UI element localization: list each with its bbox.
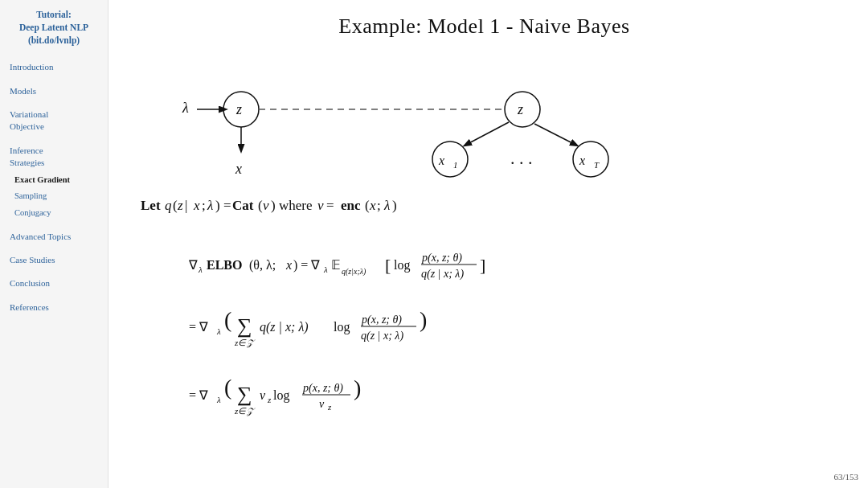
svg-text:x: x xyxy=(235,161,242,177)
svg-text:;: ; xyxy=(202,198,206,213)
svg-text:): ) xyxy=(392,198,397,213)
svg-text:log: log xyxy=(273,388,289,403)
svg-text:log: log xyxy=(394,258,410,273)
svg-point-14 xyxy=(573,141,608,177)
svg-text:(: ( xyxy=(224,307,231,332)
sidebar-item-variational[interactable]: VariationalObjective xyxy=(6,107,101,135)
svg-text:λ: λ xyxy=(323,265,328,274)
svg-text:T: T xyxy=(594,160,600,170)
svg-text:z: z xyxy=(235,101,242,117)
svg-text:λ: λ xyxy=(216,326,221,336)
svg-text:x: x xyxy=(579,154,585,167)
sidebar-item-models[interactable]: Models xyxy=(6,84,101,99)
svg-text:ν: ν xyxy=(260,388,266,402)
svg-line-12 xyxy=(465,122,509,146)
svg-text:z: z xyxy=(267,395,272,404)
sidebar-title-line3: (bit.do/lvnlp) xyxy=(28,35,80,45)
page-number: 63/153 xyxy=(833,472,858,482)
svg-text:q(z | x; λ): q(z | x; λ) xyxy=(421,268,464,281)
sidebar-item-inference[interactable]: InferenceStrategies xyxy=(6,143,101,171)
svg-text:) =: ) = xyxy=(215,198,231,213)
elbo-equations: ∇ λ ELBO (θ, λ; x ) = ∇ λ 𝔼 q(z|x;λ) [ l… xyxy=(141,239,836,443)
sidebar-title-line2: Deep Latent NLP xyxy=(19,23,88,32)
svg-text:p(x, z; θ): p(x, z; θ) xyxy=(302,382,343,395)
sidebar-item-introduction[interactable]: Introduction xyxy=(6,59,101,75)
svg-text:λ: λ xyxy=(383,198,390,213)
svg-text:q: q xyxy=(165,198,172,213)
svg-text:p(x, z; θ): p(x, z; θ) xyxy=(361,314,402,326)
sidebar-title: Tutorial: Deep Latent NLP (bit.do/lvnlp) xyxy=(6,8,101,47)
sidebar-item-advanced-topics[interactable]: Advanced Topics xyxy=(6,229,101,244)
svg-text:]: ] xyxy=(480,255,485,275)
svg-text:λ: λ xyxy=(182,100,189,116)
slide-title: Example: Model 1 - Naive Bayes xyxy=(133,14,836,39)
svg-text:𝔼: 𝔼 xyxy=(331,258,341,272)
svg-text:= ∇: = ∇ xyxy=(189,388,208,402)
svg-text:x: x xyxy=(369,198,376,213)
svg-text:λ: λ xyxy=(207,198,213,213)
svg-text:λ: λ xyxy=(198,265,203,274)
svg-text:p(x, z; θ): p(x, z; θ) xyxy=(421,252,462,265)
svg-text:z: z xyxy=(327,402,332,412)
svg-text:Let: Let xyxy=(141,198,161,213)
definition-formula: Let q ( z | x ; λ ) = Cat ( ν ) where ν … xyxy=(141,192,559,218)
sidebar-item-case-studies[interactable]: Case Studies xyxy=(6,252,101,268)
svg-text:= ∇: = ∇ xyxy=(189,320,208,334)
svg-text:[: [ xyxy=(385,255,391,275)
svg-text:ν: ν xyxy=(263,198,269,213)
svg-text:· · ·: · · · xyxy=(510,153,533,173)
svg-text:) = ∇: ) = ∇ xyxy=(293,258,320,273)
svg-text:1: 1 xyxy=(453,160,458,170)
sidebar-item-sampling[interactable]: Sampling xyxy=(6,189,101,204)
svg-text:log: log xyxy=(334,320,350,334)
svg-text:=: = xyxy=(326,198,334,213)
svg-text:) where: ) where xyxy=(271,198,312,213)
svg-text:): ) xyxy=(420,307,427,332)
svg-text:∑: ∑ xyxy=(237,383,252,406)
svg-text:q(z|x;λ): q(z|x;λ) xyxy=(342,267,366,277)
svg-text:x: x xyxy=(193,198,200,213)
svg-text:z: z xyxy=(517,101,523,117)
svg-text:ELBO: ELBO xyxy=(207,258,242,272)
svg-text:Cat: Cat xyxy=(232,198,254,213)
svg-text:): ) xyxy=(354,375,361,400)
svg-text:enc: enc xyxy=(341,198,361,213)
svg-text:x: x xyxy=(285,258,292,272)
sidebar-item-conclusion[interactable]: Conclusion xyxy=(6,276,101,291)
svg-text:|: | xyxy=(185,198,187,213)
graphical-model-diagram: λ z x z x 1 · · · xyxy=(133,55,832,179)
svg-text:;: ; xyxy=(377,198,381,213)
diagram-container: λ z x z x 1 · · · xyxy=(133,55,836,182)
sidebar-item-references[interactable]: References xyxy=(6,300,101,315)
svg-text:∇: ∇ xyxy=(188,258,198,272)
svg-point-9 xyxy=(432,141,468,177)
svg-line-17 xyxy=(534,124,577,146)
svg-text:z∈𝒵: z∈𝒵 xyxy=(234,338,256,348)
svg-text:x: x xyxy=(438,154,444,167)
sidebar: Tutorial: Deep Latent NLP (bit.do/lvnlp)… xyxy=(0,0,108,488)
svg-text:z: z xyxy=(177,198,183,213)
svg-text:λ: λ xyxy=(216,395,221,404)
elbo-formula-svg: ∇ λ ELBO (θ, λ; x ) = ∇ λ 𝔼 q(z|x;λ) [ l… xyxy=(141,239,768,440)
sidebar-item-conjugacy[interactable]: Conjugacy xyxy=(6,206,101,221)
main-content: Example: Model 1 - Naive Bayes λ z x z xyxy=(108,0,868,488)
svg-text:∑: ∑ xyxy=(237,314,252,338)
svg-text:(: ( xyxy=(224,375,231,400)
svg-text:(θ, λ;: (θ, λ; xyxy=(249,258,276,273)
svg-text:ν: ν xyxy=(317,198,324,213)
math-definition: Let q ( z | x ; λ ) = Cat ( ν ) where ν … xyxy=(141,192,836,221)
svg-text:z∈𝒵: z∈𝒵 xyxy=(234,406,256,416)
svg-text:q(z | x; λ): q(z | x; λ) xyxy=(260,320,309,334)
math-content: Let q ( z | x ; λ ) = Cat ( ν ) where ν … xyxy=(133,192,836,443)
sidebar-title-line1: Tutorial: xyxy=(36,10,72,19)
svg-text:ν: ν xyxy=(319,398,325,410)
svg-text:q(z | x; λ): q(z | x; λ) xyxy=(361,330,403,342)
sidebar-item-exact-gradient[interactable]: Exact Gradient xyxy=(6,173,101,188)
